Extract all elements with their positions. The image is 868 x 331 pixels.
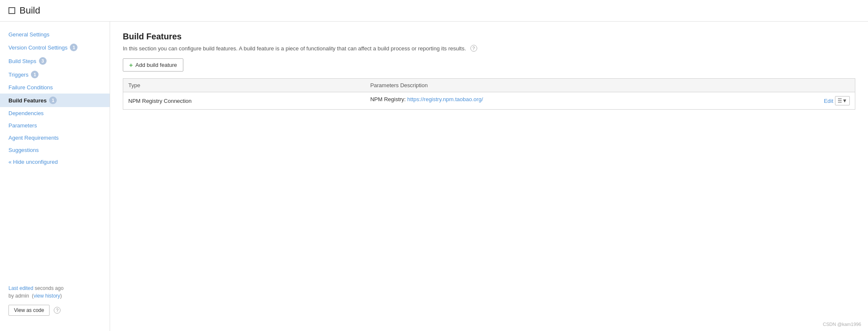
table-row: NPM Registry ConnectionNPM Registry: htt…: [123, 92, 855, 110]
sidebar-item-build-features[interactable]: Build Features1: [0, 94, 110, 107]
sidebar-item-label: Failure Conditions: [8, 84, 53, 91]
watermark: CSDN @kam1996: [823, 322, 861, 327]
sidebar-item-label: Version Control Settings: [8, 44, 67, 51]
sidebar-item-label: Agent Requirements: [8, 135, 59, 141]
last-edited-label: Last edited: [8, 285, 33, 291]
page-header: Build: [0, 0, 868, 22]
sidebar-item-label: Suggestions: [8, 147, 39, 153]
sidebar-item-badge: 1: [49, 97, 57, 104]
sidebar-item-badge: 3: [39, 57, 47, 65]
edit-link[interactable]: Edit: [824, 98, 833, 104]
table-body: NPM Registry ConnectionNPM Registry: htt…: [123, 92, 855, 110]
sidebar-item-label: Build Features: [8, 97, 47, 104]
sidebar-item-suggestions[interactable]: Suggestions: [0, 144, 110, 156]
main-content: Build Features In this section you can c…: [110, 22, 868, 331]
sidebar-item-build-steps[interactable]: Build Steps3: [0, 54, 110, 68]
view-as-code-help-icon[interactable]: ?: [54, 307, 61, 314]
sidebar-item-label: Dependencies: [8, 110, 44, 116]
sidebar-item-label: Build Steps: [8, 58, 36, 64]
sidebar-item-label: Triggers: [8, 72, 28, 78]
col-params: Parameters Description: [365, 79, 855, 92]
build-features-title: Build Features: [123, 32, 855, 41]
build-checkbox-icon: [8, 7, 15, 14]
table-header: Type Parameters Description: [123, 79, 855, 92]
sidebar-footer: Last edited seconds ago by admin (view h…: [0, 276, 110, 324]
view-as-code-button[interactable]: View as code: [8, 305, 50, 316]
plus-icon: +: [129, 61, 133, 69]
build-features-table: Type Parameters Description NPM Registry…: [123, 78, 855, 110]
sidebar-item-triggers[interactable]: Triggers1: [0, 68, 110, 81]
add-build-feature-button[interactable]: + Add build feature: [123, 58, 183, 72]
hide-unconfigured-link[interactable]: « Hide unconfigured: [0, 156, 110, 168]
sidebar-item-badge: 1: [70, 44, 77, 51]
main-layout: General SettingsVersion Control Settings…: [0, 22, 868, 331]
sidebar-nav: General SettingsVersion Control Settings…: [0, 28, 110, 168]
col-type: Type: [123, 79, 365, 92]
row-actions: Edit☰▼: [824, 96, 850, 105]
last-edited-by: by admin: [8, 293, 29, 299]
sidebar-item-label: Parameters: [8, 122, 37, 129]
npm-registry-link[interactable]: https://registry.npm.taobao.org/: [407, 96, 483, 102]
sidebar-item-version-control-settings[interactable]: Version Control Settings1: [0, 41, 110, 54]
sidebar-item-general-settings[interactable]: General Settings: [0, 28, 110, 41]
sidebar: General SettingsVersion Control Settings…: [0, 22, 110, 331]
table-cell-type: NPM Registry Connection: [123, 92, 365, 110]
description-help-icon[interactable]: ?: [470, 45, 477, 52]
sidebar-item-label: General Settings: [8, 31, 50, 38]
sidebar-item-dependencies[interactable]: Dependencies: [0, 107, 110, 119]
last-edited-info: Last edited seconds ago by admin (view h…: [8, 284, 101, 300]
page-title: Build: [19, 5, 40, 16]
table-cell-params: NPM Registry: https://registry.npm.taoba…: [365, 92, 855, 110]
view-history-link[interactable]: view history: [33, 293, 60, 299]
sidebar-item-agent-requirements[interactable]: Agent Requirements: [0, 132, 110, 144]
sidebar-item-failure-conditions[interactable]: Failure Conditions: [0, 81, 110, 94]
sidebar-item-parameters[interactable]: Parameters: [0, 119, 110, 132]
last-edited-time: seconds ago: [35, 285, 64, 291]
row-menu-button[interactable]: ☰▼: [835, 96, 850, 105]
sidebar-item-badge: 1: [31, 71, 39, 78]
build-features-description: In this section you can configure build …: [123, 45, 855, 52]
